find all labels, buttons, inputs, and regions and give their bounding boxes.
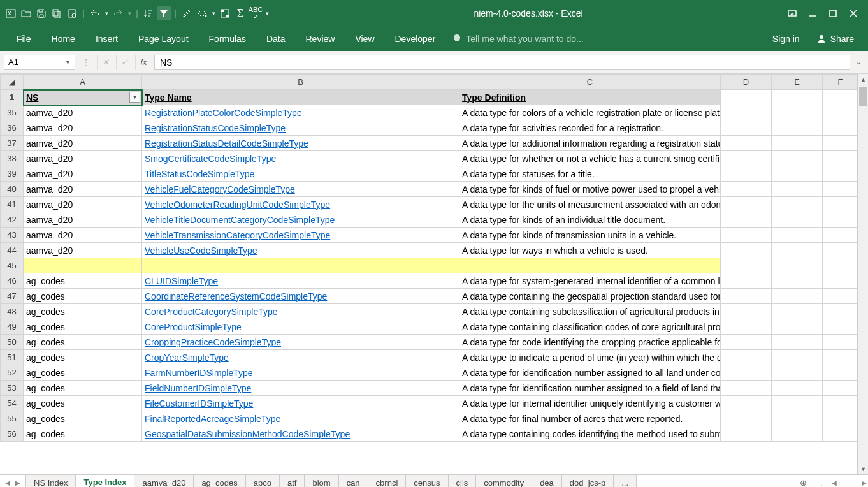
- vertical-scrollbar[interactable]: ▲ ▼: [857, 74, 868, 474]
- col-header-B[interactable]: B: [142, 75, 459, 90]
- cell-ns[interactable]: ag_codes: [24, 304, 142, 319]
- type-link[interactable]: CLUIDSimpleType: [145, 276, 218, 286]
- cell-D1[interactable]: [721, 90, 772, 105]
- save-icon[interactable]: [34, 6, 48, 20]
- cell[interactable]: [823, 289, 858, 304]
- cell-ns[interactable]: aamva_d20: [24, 182, 142, 197]
- cell[interactable]: [772, 228, 823, 243]
- cell-type-name[interactable]: RegistrationStatusCodeSimpleType: [142, 120, 459, 136]
- cell-type-definition[interactable]: A data type containing codes identifying…: [459, 426, 721, 442]
- type-link[interactable]: CropYearSimpleType: [145, 353, 229, 363]
- col-header-C[interactable]: C: [459, 75, 721, 90]
- cell[interactable]: [772, 411, 823, 426]
- col-header-E[interactable]: E: [772, 75, 823, 90]
- sheet-tab-commodity[interactable]: commodity: [476, 475, 532, 487]
- filter-icon[interactable]: [157, 6, 171, 20]
- cell-ns[interactable]: aamva_d20: [24, 228, 142, 243]
- print-preview-icon[interactable]: [65, 6, 79, 20]
- row-header[interactable]: 38: [1, 151, 24, 166]
- cell-type-name[interactable]: CLUIDSimpleType: [142, 273, 459, 289]
- cell-ns[interactable]: aamva_d20: [24, 197, 142, 212]
- cell-type-definition[interactable]: A data type for colors of a vehicle regi…: [459, 105, 721, 120]
- row-header[interactable]: 44: [1, 243, 24, 258]
- cell-type-name[interactable]: FarmNumberIDSimpleType: [142, 365, 459, 381]
- cell[interactable]: [721, 289, 772, 304]
- cell-type-name[interactable]: VehicleTitleDocumentCategoryCodeSimpleTy…: [142, 212, 459, 228]
- row-header[interactable]: 39: [1, 166, 24, 182]
- sheet-tab-type-index[interactable]: Type Index: [76, 475, 134, 487]
- cancel-formula-icon[interactable]: ✕: [97, 55, 113, 70]
- autosum-icon[interactable]: Σ: [233, 6, 247, 20]
- cell[interactable]: [24, 258, 142, 273]
- sheet-tab-aamva-d20[interactable]: aamva_d20: [134, 475, 194, 487]
- cell[interactable]: [823, 304, 858, 319]
- cell-type-name[interactable]: RegistrationPlateColorCodeSimpleType: [142, 105, 459, 120]
- cell[interactable]: [772, 426, 823, 442]
- hscroll-right-icon[interactable]: ▶: [862, 479, 867, 486]
- type-link[interactable]: RegistrationStatusCodeSimpleType: [145, 123, 286, 133]
- name-box-dropdown-icon[interactable]: ▼: [65, 59, 71, 66]
- col-header-A[interactable]: A: [24, 75, 142, 90]
- cell[interactable]: [721, 212, 772, 228]
- qat-icon[interactable]: [50, 6, 64, 20]
- row-header[interactable]: 37: [1, 136, 24, 151]
- cell[interactable]: [721, 166, 772, 182]
- cell[interactable]: [721, 396, 772, 411]
- sheet-tabs-overflow[interactable]: ...: [614, 475, 637, 487]
- cell-ns[interactable]: aamva_d20: [24, 105, 142, 120]
- spellcheck-icon[interactable]: ABC✓: [249, 6, 263, 20]
- cell[interactable]: [721, 335, 772, 350]
- spreadsheet-grid[interactable]: ◢ A B C D E F 1NS▼Type NameType Definiti…: [0, 74, 857, 442]
- ribbon-tab-formulas[interactable]: Formulas: [199, 27, 256, 51]
- cell-ns[interactable]: aamva_d20: [24, 166, 142, 182]
- cell[interactable]: [721, 258, 772, 273]
- sheet-tab-census[interactable]: census: [406, 475, 448, 487]
- cell[interactable]: [823, 166, 858, 182]
- cell[interactable]: [721, 120, 772, 136]
- row-header[interactable]: 35: [1, 105, 24, 120]
- cell-ns[interactable]: ag_codes: [24, 319, 142, 335]
- type-link[interactable]: FarmNumberIDSimpleType: [145, 368, 253, 378]
- type-link[interactable]: CoordinateReferenceSystemCodeSimpleType: [145, 291, 327, 302]
- sign-in-link[interactable]: Sign in: [763, 27, 809, 51]
- cell-ns[interactable]: aamva_d20: [24, 151, 142, 166]
- qat-customize-icon[interactable]: ▾: [264, 6, 270, 20]
- cell[interactable]: [721, 304, 772, 319]
- minimize-icon[interactable]: [807, 8, 818, 19]
- ribbon-tab-insert[interactable]: Insert: [85, 27, 128, 51]
- cell-type-definition[interactable]: A data type for system-generated interna…: [459, 273, 721, 289]
- type-link[interactable]: FieldNumberIDSimpleType: [145, 383, 251, 393]
- sort-icon[interactable]: [141, 6, 156, 20]
- type-link[interactable]: CoreProductCategorySimpleType: [145, 307, 278, 317]
- cell-type-definition[interactable]: A data type to indicate a period of time…: [459, 350, 721, 365]
- hscroll-left-icon[interactable]: ◀: [832, 479, 837, 486]
- sheet-tab-dod-jcs-p[interactable]: dod_jcs-p: [562, 475, 614, 487]
- cell-A1[interactable]: NS▼: [24, 90, 142, 105]
- sheet-tab-ns-index[interactable]: NS Index: [26, 475, 76, 487]
- cell[interactable]: [823, 151, 858, 166]
- cell-type-name[interactable]: GeospatialDataSubmissionMethodCodeSimple…: [142, 426, 459, 442]
- type-link[interactable]: CroppingPracticeCodeSimpleType: [145, 337, 281, 347]
- cell-type-definition[interactable]: A data type for activities recorded for …: [459, 120, 721, 136]
- cell-ns[interactable]: ag_codes: [24, 381, 142, 396]
- row-header[interactable]: 41: [1, 197, 24, 212]
- cell-ns[interactable]: ag_codes: [24, 289, 142, 304]
- cell-type-definition[interactable]: A data type for code identifying the cro…: [459, 335, 721, 350]
- type-link[interactable]: VehicleFuelCategoryCodeSimpleType: [145, 184, 295, 194]
- cell[interactable]: [823, 243, 858, 258]
- fx-icon[interactable]: fx: [135, 55, 152, 70]
- cell-type-definition[interactable]: A data type for kinds of fuel or motive …: [459, 182, 721, 197]
- cell-type-name[interactable]: CoreProductCategorySimpleType: [142, 304, 459, 319]
- cell-type-definition[interactable]: A data type for identification number as…: [459, 365, 721, 381]
- cell[interactable]: [721, 350, 772, 365]
- cell[interactable]: [823, 105, 858, 120]
- type-link[interactable]: FinalReportedAcreageSimpleType: [145, 414, 280, 424]
- cell[interactable]: [721, 136, 772, 151]
- cell-type-definition[interactable]: A data type for statuses for a title.: [459, 166, 721, 182]
- cell[interactable]: [823, 136, 858, 151]
- row-header[interactable]: 52: [1, 365, 24, 381]
- row-header[interactable]: 51: [1, 350, 24, 365]
- cell[interactable]: [823, 396, 858, 411]
- cell[interactable]: [721, 197, 772, 212]
- cell[interactable]: [823, 197, 858, 212]
